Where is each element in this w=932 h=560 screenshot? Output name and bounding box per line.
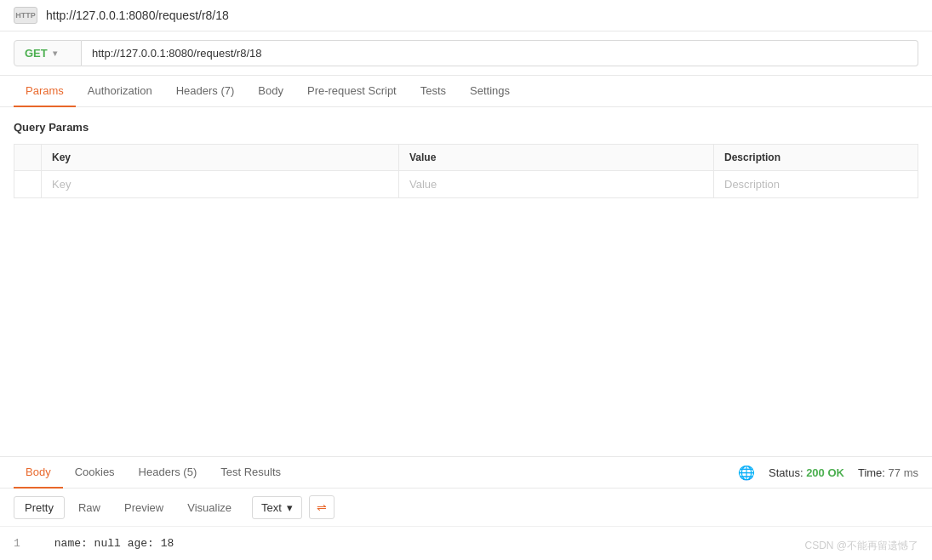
format-chevron-icon: ▾	[287, 501, 293, 514]
row-description-cell[interactable]: Description	[714, 171, 918, 198]
time-value: 77 ms	[889, 466, 918, 479]
tab-params[interactable]: Params	[14, 76, 76, 107]
format-select[interactable]: Text ▾	[252, 496, 302, 519]
tab-tests[interactable]: Tests	[409, 76, 458, 107]
method-select[interactable]: GET ▾	[14, 40, 82, 66]
status-label: Status: 200 OK	[769, 466, 844, 479]
time-label: Time: 77 ms	[858, 466, 918, 479]
params-col-description: Description	[714, 145, 918, 171]
http-icon: HTTP	[14, 7, 37, 24]
request-tabs: Params Authorization Headers (7) Body Pr…	[14, 76, 918, 106]
page-title: http://127.0.0.1:8080/request/r8/18	[46, 9, 229, 22]
query-params-title: Query Params	[14, 121, 918, 134]
response-section: Body Cookies Headers (5) Test Results 🌐 …	[0, 456, 932, 560]
tab-pre-request-script[interactable]: Pre-request Script	[295, 76, 409, 107]
params-col-checkbox	[14, 145, 42, 171]
row-checkbox-cell	[14, 171, 42, 198]
wrap-icon: ⇌	[317, 500, 327, 514]
tab-authorization[interactable]: Authorization	[76, 76, 164, 107]
tab-body[interactable]: Body	[246, 76, 295, 107]
response-tab-test-results[interactable]: Test Results	[209, 457, 293, 489]
code-output: 1 name: null age: 18	[0, 527, 932, 560]
params-col-value: Value	[399, 145, 714, 171]
url-bar: GET ▾	[0, 31, 932, 76]
chevron-down-icon: ▾	[53, 49, 57, 58]
response-body-toolbar: Pretty Raw Preview Visualize Text ▾ ⇌	[0, 489, 932, 527]
view-btn-preview[interactable]: Preview	[114, 497, 174, 518]
response-tab-headers[interactable]: Headers (5)	[127, 457, 209, 489]
line-number: 1	[14, 537, 31, 550]
code-line-1: name: null age: 18	[54, 537, 174, 550]
response-tab-cookies[interactable]: Cookies	[63, 457, 127, 489]
method-label: GET	[25, 47, 48, 60]
format-label: Text	[261, 501, 282, 514]
tab-settings[interactable]: Settings	[458, 76, 522, 107]
table-row: Key Value Description	[14, 171, 918, 198]
view-btn-pretty[interactable]: Pretty	[14, 496, 65, 519]
view-btn-visualize[interactable]: Visualize	[177, 497, 242, 518]
status-value: 200 OK	[806, 466, 844, 479]
response-tab-body[interactable]: Body	[14, 457, 63, 489]
response-tabs-row: Body Cookies Headers (5) Test Results 🌐 …	[0, 457, 932, 489]
request-tabs-section: Params Authorization Headers (7) Body Pr…	[0, 76, 932, 107]
response-tabs: Body Cookies Headers (5) Test Results	[14, 457, 738, 488]
view-btn-raw[interactable]: Raw	[68, 497, 111, 518]
response-meta: 🌐 Status: 200 OK Time: 77 ms	[738, 465, 918, 481]
title-bar: HTTP http://127.0.0.1:8080/request/r8/18	[0, 0, 932, 31]
params-table: Key Value Description Key Value Descript…	[14, 144, 918, 198]
wrap-button[interactable]: ⇌	[309, 495, 334, 519]
row-key-cell[interactable]: Key	[42, 171, 399, 198]
row-value-cell[interactable]: Value	[399, 171, 714, 198]
query-params-section: Query Params Key Value Description Key V…	[0, 107, 932, 198]
globe-icon: 🌐	[738, 465, 755, 481]
watermark: CSDN @不能再留遗憾了	[804, 539, 918, 553]
url-input[interactable]	[82, 40, 918, 66]
params-col-key: Key	[42, 145, 399, 171]
tab-headers[interactable]: Headers (7)	[164, 76, 247, 107]
